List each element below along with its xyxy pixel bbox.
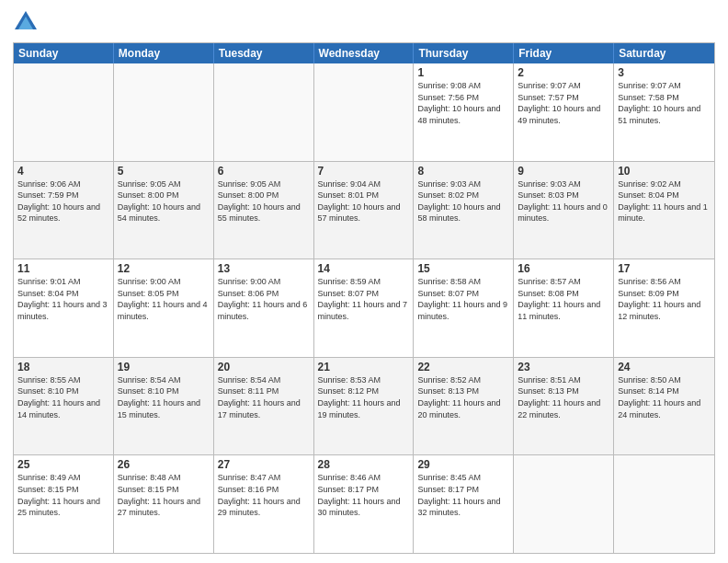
day-info: Sunrise: 8:58 AM Sunset: 8:07 PM Dayligh… [417,276,509,322]
calendar-cell: 25Sunrise: 8:49 AM Sunset: 8:15 PM Dayli… [14,455,114,553]
day-info: Sunrise: 8:57 AM Sunset: 8:08 PM Dayligh… [518,276,609,322]
day-info: Sunrise: 9:05 AM Sunset: 8:00 PM Dayligh… [218,178,310,224]
calendar-cell: 5Sunrise: 9:05 AM Sunset: 8:00 PM Daylig… [114,162,214,259]
day-number: 10 [618,165,711,178]
calendar-cell [14,63,114,161]
header-day: Monday [114,43,214,63]
day-number: 27 [218,458,310,471]
calendar-cell [114,63,214,161]
day-info: Sunrise: 9:02 AM Sunset: 8:04 PM Dayligh… [618,178,711,224]
calendar-cell [614,455,714,553]
day-info: Sunrise: 9:07 AM Sunset: 7:57 PM Dayligh… [518,80,609,126]
day-info: Sunrise: 8:45 AM Sunset: 8:17 PM Dayligh… [417,472,509,518]
day-info: Sunrise: 9:04 AM Sunset: 8:01 PM Dayligh… [318,178,410,224]
header-day: Thursday [414,43,514,63]
header [13,9,715,35]
calendar-cell: 3Sunrise: 9:07 AM Sunset: 7:58 PM Daylig… [614,63,714,161]
day-number: 23 [518,361,609,373]
day-number: 11 [17,262,109,275]
logo [13,9,42,35]
calendar-cell: 8Sunrise: 9:03 AM Sunset: 8:02 PM Daylig… [414,162,514,259]
calendar-row: 18Sunrise: 8:55 AM Sunset: 8:10 PM Dayli… [14,357,714,455]
logo-icon [13,9,39,35]
calendar: SundayMondayTuesdayWednesdayThursdayFrid… [13,42,715,554]
day-info: Sunrise: 9:08 AM Sunset: 7:56 PM Dayligh… [417,80,509,126]
day-number: 29 [417,458,509,471]
calendar-cell [514,455,614,553]
day-info: Sunrise: 8:46 AM Sunset: 8:17 PM Dayligh… [318,472,410,518]
calendar-row: 1Sunrise: 9:08 AM Sunset: 7:56 PM Daylig… [14,63,714,161]
calendar-cell: 11Sunrise: 9:01 AM Sunset: 8:04 PM Dayli… [14,259,114,357]
day-number: 13 [218,262,310,275]
calendar-cell: 19Sunrise: 8:54 AM Sunset: 8:10 PM Dayli… [114,358,214,455]
calendar-cell: 7Sunrise: 9:04 AM Sunset: 8:01 PM Daylig… [314,162,415,259]
day-info: Sunrise: 8:54 AM Sunset: 8:11 PM Dayligh… [218,374,310,420]
day-info: Sunrise: 8:54 AM Sunset: 8:10 PM Dayligh… [118,374,210,420]
calendar-cell: 29Sunrise: 8:45 AM Sunset: 8:17 PM Dayli… [414,455,514,553]
calendar-cell [214,63,314,161]
calendar-cell: 24Sunrise: 8:50 AM Sunset: 8:14 PM Dayli… [614,358,714,455]
calendar-cell: 16Sunrise: 8:57 AM Sunset: 8:08 PM Dayli… [514,259,614,357]
calendar-header: SundayMondayTuesdayWednesdayThursdayFrid… [14,43,714,63]
calendar-cell: 13Sunrise: 9:00 AM Sunset: 8:06 PM Dayli… [214,259,314,357]
day-info: Sunrise: 9:03 AM Sunset: 8:02 PM Dayligh… [417,178,509,224]
day-number: 15 [417,262,509,275]
calendar-cell: 15Sunrise: 8:58 AM Sunset: 8:07 PM Dayli… [414,259,514,357]
day-number: 8 [417,165,509,178]
day-info: Sunrise: 9:07 AM Sunset: 7:58 PM Dayligh… [618,80,711,126]
day-number: 16 [518,262,609,275]
day-info: Sunrise: 8:47 AM Sunset: 8:16 PM Dayligh… [218,472,310,518]
day-info: Sunrise: 8:51 AM Sunset: 8:13 PM Dayligh… [518,374,609,420]
day-number: 20 [218,361,310,373]
day-info: Sunrise: 9:06 AM Sunset: 7:59 PM Dayligh… [17,178,109,224]
day-info: Sunrise: 8:59 AM Sunset: 8:07 PM Dayligh… [318,276,410,322]
day-number: 22 [417,361,509,373]
day-number: 19 [118,361,210,373]
day-info: Sunrise: 8:53 AM Sunset: 8:12 PM Dayligh… [318,374,410,420]
day-info: Sunrise: 9:00 AM Sunset: 8:05 PM Dayligh… [118,276,210,322]
calendar-cell: 1Sunrise: 9:08 AM Sunset: 7:56 PM Daylig… [414,63,514,161]
header-day: Saturday [614,43,714,63]
day-number: 26 [118,458,210,471]
header-day: Sunday [14,43,114,63]
day-number: 1 [417,66,509,79]
day-number: 5 [118,165,210,178]
day-info: Sunrise: 8:52 AM Sunset: 8:13 PM Dayligh… [417,374,509,420]
day-info: Sunrise: 9:01 AM Sunset: 8:04 PM Dayligh… [17,276,109,322]
calendar-cell: 21Sunrise: 8:53 AM Sunset: 8:12 PM Dayli… [314,358,415,455]
day-number: 14 [318,262,410,275]
calendar-row: 4Sunrise: 9:06 AM Sunset: 7:59 PM Daylig… [14,161,714,259]
calendar-cell: 10Sunrise: 9:02 AM Sunset: 8:04 PM Dayli… [614,162,714,259]
page: SundayMondayTuesdayWednesdayThursdayFrid… [0,0,728,563]
day-number: 2 [518,66,609,79]
day-number: 24 [618,361,711,373]
header-day: Tuesday [214,43,314,63]
calendar-row: 11Sunrise: 9:01 AM Sunset: 8:04 PM Dayli… [14,259,714,357]
day-info: Sunrise: 8:49 AM Sunset: 8:15 PM Dayligh… [17,472,109,518]
day-info: Sunrise: 8:48 AM Sunset: 8:15 PM Dayligh… [118,472,210,518]
day-info: Sunrise: 8:56 AM Sunset: 8:09 PM Dayligh… [618,276,711,322]
calendar-cell: 22Sunrise: 8:52 AM Sunset: 8:13 PM Dayli… [414,358,514,455]
day-number: 7 [318,165,410,178]
calendar-cell: 9Sunrise: 9:03 AM Sunset: 8:03 PM Daylig… [514,162,614,259]
day-info: Sunrise: 9:05 AM Sunset: 8:00 PM Dayligh… [118,178,210,224]
calendar-cell: 4Sunrise: 9:06 AM Sunset: 7:59 PM Daylig… [14,162,114,259]
calendar-cell: 23Sunrise: 8:51 AM Sunset: 8:13 PM Dayli… [514,358,614,455]
day-number: 17 [618,262,711,275]
day-number: 4 [17,165,109,178]
calendar-cell: 27Sunrise: 8:47 AM Sunset: 8:16 PM Dayli… [214,455,314,553]
header-day: Wednesday [314,43,415,63]
day-number: 21 [318,361,410,373]
calendar-cell: 14Sunrise: 8:59 AM Sunset: 8:07 PM Dayli… [314,259,415,357]
calendar-cell: 17Sunrise: 8:56 AM Sunset: 8:09 PM Dayli… [614,259,714,357]
day-number: 25 [17,458,109,471]
calendar-cell: 18Sunrise: 8:55 AM Sunset: 8:10 PM Dayli… [14,358,114,455]
calendar-cell: 6Sunrise: 9:05 AM Sunset: 8:00 PM Daylig… [214,162,314,259]
calendar-cell: 28Sunrise: 8:46 AM Sunset: 8:17 PM Dayli… [314,455,415,553]
calendar-cell: 26Sunrise: 8:48 AM Sunset: 8:15 PM Dayli… [114,455,214,553]
day-number: 9 [518,165,609,178]
calendar-cell: 12Sunrise: 9:00 AM Sunset: 8:05 PM Dayli… [114,259,214,357]
day-info: Sunrise: 8:55 AM Sunset: 8:10 PM Dayligh… [17,374,109,420]
day-number: 6 [218,165,310,178]
calendar-cell: 2Sunrise: 9:07 AM Sunset: 7:57 PM Daylig… [514,63,614,161]
